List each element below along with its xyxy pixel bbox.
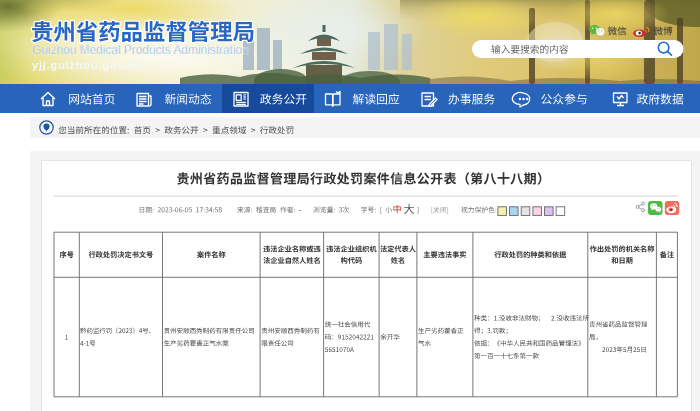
svg-text:Guizhou Medical Products Admin: Guizhou Medical Products Administration [32,43,249,57]
svg-text:yjj.guizhou.gov.cn: yjj.guizhou.gov.cn [32,59,142,71]
